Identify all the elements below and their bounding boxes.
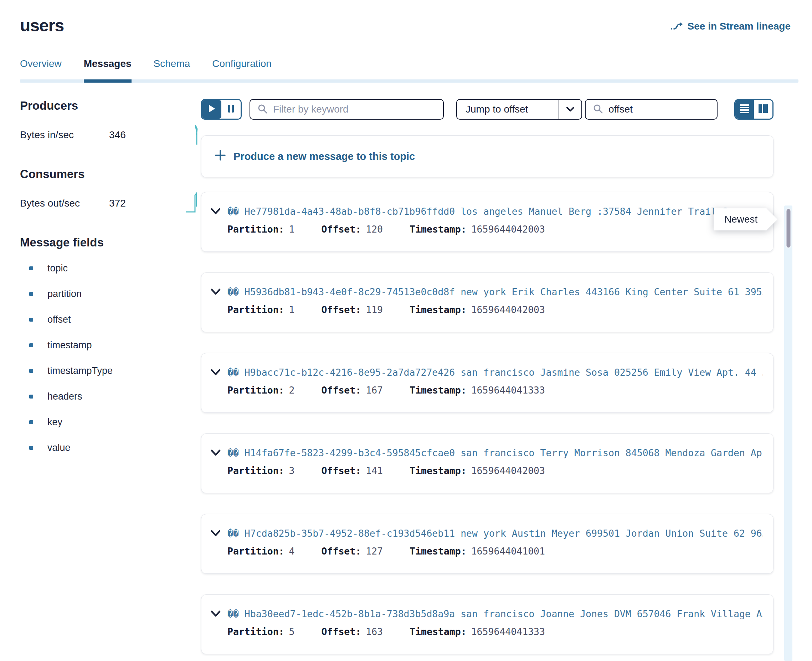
scrollbar-thumb[interactable] (785, 208, 791, 249)
search-icon (593, 104, 603, 115)
offset-label: Offset: (322, 626, 362, 637)
offset-search-input[interactable] (609, 104, 710, 115)
offset-value: 127 (366, 546, 383, 557)
timestamp-value: 1659644041333 (471, 385, 545, 396)
chevron-down-icon (559, 107, 581, 112)
bytes-out-metric: Bytes out/sec 372 (20, 192, 201, 215)
stream-lineage-label: See in Stream lineage (688, 21, 791, 32)
message-list-scrollbar[interactable] (784, 206, 793, 661)
offset-value: 163 (366, 626, 383, 637)
message-field-item-topic[interactable]: topic (20, 263, 201, 274)
chevron-down-icon[interactable] (210, 288, 221, 296)
produce-message-button[interactable]: Produce a new message to this topic (201, 135, 774, 177)
columns-view-button[interactable] (754, 100, 772, 118)
message-fields-list: topic partition offset timestamp timesta… (20, 263, 201, 453)
message-key: �� H9bacc71c-b12c-4216-8e95-2a7da727e426… (227, 367, 762, 378)
play-button[interactable] (202, 100, 221, 118)
scroll-tooltip-label: Newest (714, 208, 767, 230)
sidebar: Producers Bytes in/sec 346 Consumers Byt… (20, 99, 201, 661)
partition-label: Partition: (227, 224, 285, 235)
bullet-icon (29, 267, 33, 270)
message-key: �� H14fa67fe-5823-4299-b3c4-595845cfcae0… (227, 447, 762, 458)
partition-label: Partition: (227, 385, 285, 396)
filter-input[interactable] (273, 104, 436, 115)
produce-message-label: Produce a new message to this topic (234, 151, 415, 163)
offset-value: 120 (366, 224, 383, 235)
jump-to-offset-label: Jump to offset (457, 104, 559, 115)
list-view-button[interactable] (735, 100, 754, 118)
pause-icon (228, 104, 234, 114)
plus-icon (215, 150, 226, 163)
bytes-out-value: 372 (109, 198, 126, 209)
bullet-icon (29, 292, 33, 296)
play-pause-group (201, 99, 242, 120)
play-icon (208, 104, 215, 114)
filter-field (250, 99, 444, 120)
partition-label: Partition: (227, 546, 285, 557)
message-row[interactable]: �� H14fa67fe-5823-4299-b3c4-595845cfcae0… (201, 433, 774, 493)
message-field-label: topic (47, 263, 68, 274)
message-field-item-timestampType[interactable]: timestampType (20, 366, 201, 377)
offset-value: 141 (366, 465, 383, 476)
message-row[interactable]: �� H9bacc71c-b12c-4216-8e95-2a7da727e426… (201, 353, 774, 413)
tab-schema[interactable]: Schema (154, 58, 191, 80)
message-row[interactable]: �� H7cda825b-35b7-4952-88ef-c193d546eb11… (201, 514, 774, 574)
message-field-label: timestamp (47, 340, 92, 351)
message-field-item-partition[interactable]: partition (20, 289, 201, 300)
scroll-position-tooltip: Newest (714, 208, 767, 230)
bytes-in-value: 346 (109, 129, 126, 141)
messages-toolbar: Jump to offset (201, 99, 774, 120)
stream-lineage-icon (671, 21, 683, 32)
message-field-label: key (47, 417, 62, 428)
offset-value: 119 (366, 304, 383, 315)
message-field-item-headers[interactable]: headers (20, 391, 201, 402)
tab-configuration[interactable]: Configuration (212, 58, 272, 80)
page-header: users See in Stream lineage (0, 0, 812, 35)
pause-button[interactable] (221, 100, 240, 118)
messages-panel: Jump to offset (201, 99, 774, 661)
bytes-in-metric: Bytes in/sec 346 (20, 123, 201, 147)
bytes-in-label: Bytes in/sec (20, 129, 109, 141)
partition-value: 2 (289, 385, 295, 396)
message-row[interactable]: �� H5936db81-b943-4e0f-8c29-74513e0c0d8f… (201, 273, 774, 332)
message-field-item-offset[interactable]: offset (20, 314, 201, 325)
tab-underline-track (20, 80, 798, 83)
partition-label: Partition: (227, 626, 285, 637)
chevron-down-icon[interactable] (210, 610, 221, 618)
timestamp-label: Timestamp: (410, 304, 467, 315)
producers-heading: Producers (20, 99, 201, 113)
partition-label: Partition: (227, 465, 285, 476)
chevron-down-icon[interactable] (210, 530, 221, 537)
message-key: �� He77981da-4a43-48ab-b8f8-cb71b96ffdd0… (227, 206, 762, 217)
offset-label: Offset: (322, 546, 362, 557)
message-field-label: timestampType (47, 366, 113, 377)
partition-value: 1 (289, 224, 295, 235)
tab-overview[interactable]: Overview (20, 58, 62, 80)
bullet-icon (29, 420, 33, 424)
timestamp-label: Timestamp: (410, 626, 467, 637)
offset-search-field (585, 99, 718, 120)
timestamp-value: 1659644042003 (471, 304, 545, 315)
bullet-icon (29, 394, 33, 399)
offset-value: 167 (366, 385, 383, 396)
chevron-down-icon[interactable] (210, 369, 221, 377)
tab-messages[interactable]: Messages (84, 58, 131, 80)
message-row[interactable]: �� He77981da-4a43-48ab-b8f8-cb71b96ffdd0… (201, 192, 774, 252)
partition-value: 5 (289, 626, 295, 637)
chevron-down-icon[interactable] (210, 449, 221, 457)
message-field-item-key[interactable]: key (20, 417, 201, 428)
message-meta: Partition: 3 Offset: 141 Timestamp: 1659… (227, 465, 762, 476)
message-field-item-timestamp[interactable]: timestamp (20, 340, 201, 351)
message-row[interactable]: �� Hba30eed7-1edc-452b-8b1a-738d3b5d8a9a… (201, 594, 774, 654)
message-field-item-value[interactable]: value (20, 442, 201, 453)
timestamp-value: 1659644041333 (471, 626, 545, 637)
chevron-down-icon[interactable] (210, 208, 221, 216)
stream-lineage-link[interactable]: See in Stream lineage (671, 21, 791, 32)
bullet-icon (29, 446, 33, 450)
timestamp-label: Timestamp: (410, 224, 467, 235)
jump-to-offset-select[interactable]: Jump to offset (456, 99, 582, 120)
bullet-icon (29, 369, 33, 373)
list-view-icon (740, 104, 750, 115)
offset-label: Offset: (322, 465, 362, 476)
message-meta: Partition: 1 Offset: 119 Timestamp: 1659… (227, 304, 762, 315)
